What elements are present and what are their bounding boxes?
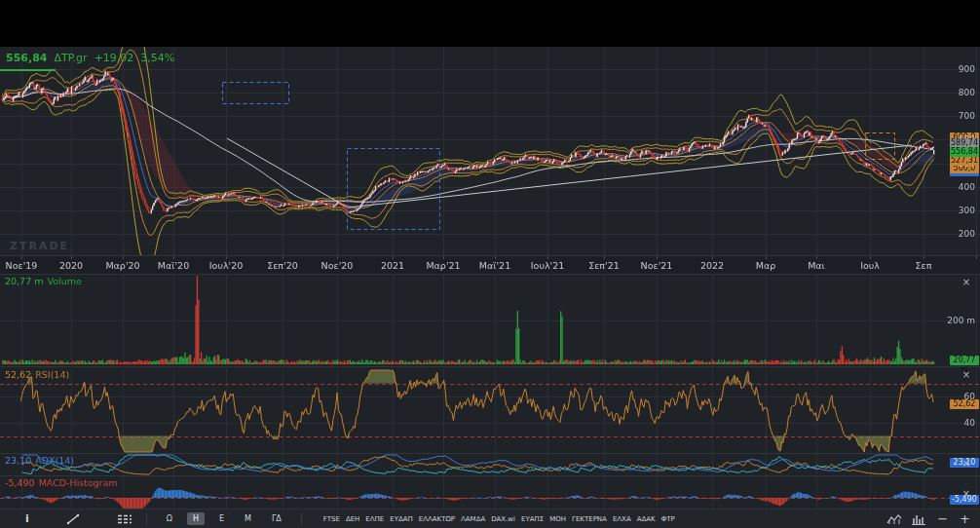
symbol-button-ΕΥΑΠΣ[interactable]: ΕΥΑΠΣ (521, 515, 544, 523)
time-axis-label: Μαρ'21 (426, 260, 460, 271)
price-axis-label: 400 (959, 182, 975, 192)
symbol-button-FTSE[interactable]: FTSE (323, 515, 340, 523)
last-price: 556,84 (6, 52, 47, 64)
timeframe-button-ΓΔ[interactable]: ΓΔ (266, 512, 287, 525)
rsi-close-icon[interactable]: × (961, 369, 972, 381)
rsi-value-badge: 52,62 (950, 399, 979, 409)
price-axis-label: 800 (959, 88, 975, 97)
volume-header-value: 20,77 m (5, 276, 43, 286)
time-axis-label: Σεπ (916, 260, 932, 271)
toolbar-chart-controls: − + (886, 512, 970, 525)
macd-close-icon[interactable]: × (961, 488, 972, 500)
indicators-icon[interactable] (117, 513, 132, 525)
symbol-button-ΕΛΠΕ[interactable]: ΕΛΠΕ (365, 515, 384, 523)
time-axis-label: Νοε'21 (641, 260, 673, 271)
rsi-header: 52,62RSI(14) (5, 369, 69, 380)
timeframe-button-Μ[interactable]: Μ (239, 512, 257, 525)
symbol-button-ΛΑΜΔΑ[interactable]: ΛΑΜΔΑ (461, 515, 485, 523)
symbol-button-ΕΛΛΑΚΤΩΡ[interactable]: ΕΛΛΑΚΤΩΡ (419, 515, 455, 523)
price-change: +19,02 (94, 52, 134, 64)
symbol-button-ΔΕΗ[interactable]: ΔΕΗ (346, 515, 359, 523)
draw-line-icon[interactable] (66, 513, 80, 525)
header-underline (0, 69, 56, 71)
adx-header: 23,10ADX(14) (5, 455, 74, 466)
bar-chart-icon[interactable] (912, 513, 925, 525)
symbol-button-DAX.wi[interactable]: DAX.wi (491, 515, 515, 523)
rsi-header-label: RSI(14) (35, 369, 69, 380)
timeframe-button-Η[interactable]: Η (187, 512, 205, 525)
time-axis-label: Μαρ (756, 260, 776, 271)
rsi-axis-label: 40 (964, 418, 975, 428)
volume-value-badge: 20,77 m (950, 356, 979, 365)
time-axis-label: Μαι (808, 260, 825, 271)
symbol-button-ΓΕΚΤΕΡΝΑ[interactable]: ΓΕΚΤΕΡΝΑ (572, 515, 607, 523)
price-axis-badge: 527,31 (950, 156, 979, 166)
adx-header-label: ADX(14) (35, 455, 74, 466)
volume-axis-label: 200 m (947, 316, 975, 325)
adx-close-icon[interactable]: × (961, 458, 972, 470)
time-axis-label: Ιουλ'21 (531, 260, 564, 271)
price-axis-label: 700 (959, 111, 975, 121)
zoom-in-button[interactable]: + (960, 512, 970, 525)
toolbar-separator (301, 513, 302, 524)
time-axis-label: 2020 (59, 260, 83, 271)
info-icon[interactable]: i (25, 512, 29, 525)
time-axis-label: Ιουλ'20 (209, 260, 243, 271)
toolbar-timeframes: ΩΗΕΜΓΔ (161, 512, 287, 525)
watermark: ZTRADE (10, 240, 69, 252)
price-axis-badge: 556,84 (950, 147, 979, 157)
volume-header-label: Volume (47, 276, 81, 286)
price-change-percent: 3,54% (140, 52, 174, 64)
trading-chart-app: 556,84 ΔTP.gr +19,02 3,54% ZTRADE 900800… (0, 0, 980, 528)
time-axis-label: 2021 (381, 260, 404, 271)
time-axis-label: Σεπ'20 (267, 260, 298, 271)
timeframe-button-Ω[interactable]: Ω (161, 512, 178, 525)
time-axis-label: Μαϊ'20 (158, 260, 189, 271)
time-axis-label: 2022 (700, 260, 724, 271)
time-axis-label: Μαϊ'21 (479, 260, 510, 271)
time-axis-label: Σεπ'21 (588, 260, 620, 271)
rsi-header-value: 52,62 (5, 369, 31, 380)
symbol-name: ΔTP.gr (54, 52, 87, 64)
symbol-button-ΕΛΧΑ[interactable]: ΕΛΧΑ (613, 515, 631, 523)
candlestick-chart-icon[interactable] (886, 513, 902, 525)
adx-header-value: 23,10 (5, 455, 31, 466)
symbol-button-ΕΥΔΑΠ[interactable]: ΕΥΔΑΠ (390, 515, 413, 523)
time-axis-label: Νοε'19 (6, 260, 38, 271)
symbol-button-ΑΔΑΚ[interactable]: ΑΔΑΚ (637, 515, 656, 523)
toolbar-tools: i (25, 512, 132, 525)
price-axis-label: 900 (959, 64, 975, 74)
toolbar-symbols: FTSEΔΕΗΕΛΠΕΕΥΔΑΠΕΛΛΑΚΤΩΡΛΑΜΔΑDAX.wiΕΥΑΠΣ… (323, 515, 675, 523)
macd-header: -5,490MACD-Histogram (5, 477, 118, 488)
zoom-out-button[interactable]: − (937, 512, 948, 525)
macd-header-label: MACD-Histogram (39, 477, 118, 488)
time-axis-label: Μαρ'20 (105, 260, 139, 271)
timeframe-button-Ε[interactable]: Ε (213, 512, 230, 525)
price-axis-label: 200 (959, 229, 975, 239)
time-axis-label: Νοε'20 (321, 260, 354, 271)
symbol-button-ΦΤΡ[interactable]: ΦΤΡ (661, 515, 675, 523)
time-axis-label: Ιουλ (860, 260, 880, 271)
volume-close-icon[interactable]: × (961, 277, 972, 288)
symbol-header: 556,84 ΔTP.gr +19,02 3,54% (6, 52, 174, 64)
symbol-button-ΜΟΗ[interactable]: ΜΟΗ (549, 515, 566, 523)
volume-header: 20,77 mVolume (5, 276, 82, 286)
price-axis-label: 300 (959, 206, 975, 215)
toolbar-separator (146, 513, 147, 524)
macd-header-value: -5,490 (5, 477, 35, 488)
bottom-toolbar: i ΩΗΕΜΓΔ FTSEΔΕΗΕΛΠΕΕΥΔΑΠΕΛΛΑΚΤΩΡΛΑΜΔΑDA… (0, 509, 980, 528)
